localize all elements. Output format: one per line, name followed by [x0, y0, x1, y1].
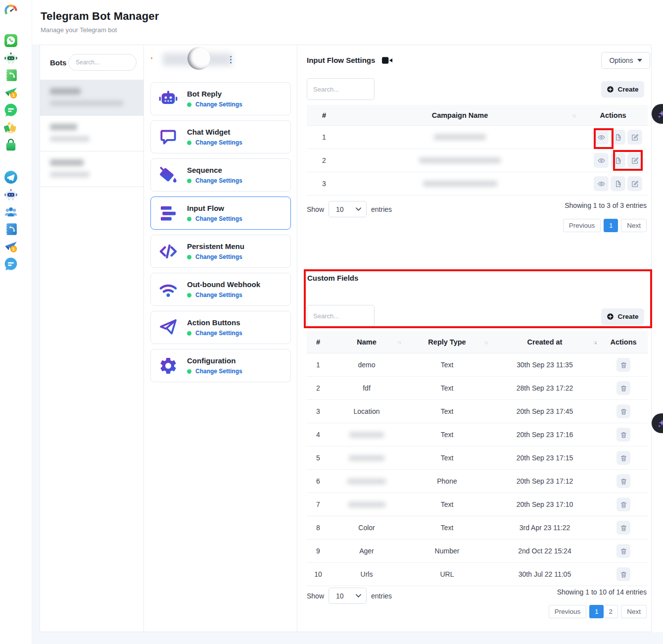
delete-button[interactable]	[616, 521, 630, 535]
bot-title-blurred	[50, 159, 84, 166]
contacts-phone-blue-icon[interactable]	[4, 222, 18, 236]
bot-avatar	[188, 47, 210, 70]
pagination-next-button[interactable]: Next	[621, 219, 647, 232]
column-header-reply-type[interactable]: Reply Type↑↓	[404, 338, 490, 346]
settings-card-webhook[interactable]: Out-bound Webhook Change Settings	[150, 273, 291, 306]
pagination-previous-button[interactable]: Previous	[549, 605, 587, 618]
chat-bubble-blue-icon[interactable]	[4, 257, 18, 271]
chevron-down-icon	[356, 594, 361, 597]
column-header-campaign-name[interactable]: Campaign Name ↑↓	[341, 111, 578, 119]
change-settings-link[interactable]: Change Settings	[195, 330, 242, 337]
status-dot	[151, 57, 152, 59]
pagination-previous-button[interactable]: Previous	[563, 219, 601, 232]
column-header-index[interactable]: #	[307, 338, 330, 346]
entries-label: entries	[371, 205, 392, 213]
reply-type: Phone	[404, 477, 490, 485]
settings-card-persistent-menu[interactable]: Persistent Menu Change Settings	[150, 235, 291, 268]
campaign-table: # Campaign Name ↑↓ Actions 1 2 3	[307, 105, 648, 196]
pagination-1-button[interactable]: 1	[604, 219, 618, 232]
table-row: 4 Text 20th Sep 23 17:16	[307, 423, 648, 446]
created-at: 20th Sep 23 17:15	[490, 454, 599, 462]
delete-button[interactable]	[616, 567, 630, 581]
handshake-puzzle-green-icon[interactable]	[4, 121, 18, 135]
paper-plane-coin-blue-icon[interactable]: 1	[4, 240, 18, 253]
delete-button[interactable]	[616, 428, 630, 442]
delete-button[interactable]	[616, 381, 630, 395]
edit-button[interactable]	[627, 130, 642, 145]
campaign-name-blurred	[341, 134, 578, 140]
settings-card-configuration[interactable]: Configuration Change Settings	[150, 349, 291, 382]
change-settings-link[interactable]: Change Settings	[195, 215, 242, 222]
field-name	[330, 455, 404, 461]
ai-sparkle-button[interactable]	[652, 104, 663, 124]
whatsapp-icon[interactable]	[4, 34, 18, 48]
delete-button[interactable]	[616, 497, 630, 511]
settings-card-bot-reply[interactable]: Bot Reply Change Settings	[150, 82, 291, 115]
kebab-menu-icon[interactable]	[230, 56, 232, 65]
pagination-2-button[interactable]: 2	[604, 605, 618, 618]
create-campaign-button[interactable]: Create	[601, 81, 644, 98]
robot-blue-icon[interactable]	[4, 188, 18, 201]
card-title: Chat Widget	[187, 128, 242, 136]
change-settings-link[interactable]: Change Settings	[195, 101, 242, 108]
change-settings-link[interactable]: Change Settings	[195, 139, 242, 146]
edit-button[interactable]	[627, 153, 642, 168]
chat-bubble-green-icon[interactable]	[4, 103, 18, 117]
custom-fields-search-input[interactable]	[307, 305, 375, 327]
ai-sparkle-button[interactable]	[652, 413, 663, 433]
create-custom-field-button[interactable]: Create	[601, 308, 644, 325]
bots-search-input[interactable]	[68, 54, 137, 71]
field-name: Color	[330, 524, 404, 532]
row-index: 1	[307, 361, 330, 369]
edit-button[interactable]	[627, 176, 642, 191]
entries-select[interactable]: 10	[329, 201, 367, 217]
settings-card-chat-widget[interactable]: Chat Widget Change Settings	[150, 120, 291, 153]
settings-card-action-buttons[interactable]: Action Buttons Change Settings	[150, 311, 291, 344]
view-button[interactable]	[594, 176, 609, 191]
contacts-phone-green-icon[interactable]	[4, 68, 18, 82]
change-settings-link[interactable]: Change Settings	[195, 253, 242, 260]
change-settings-link[interactable]: Change Settings	[195, 177, 242, 184]
column-header-created-at[interactable]: Created at↑↓	[490, 338, 599, 346]
row-index: 3	[307, 180, 341, 188]
column-header-name[interactable]: Name↑↓	[330, 338, 404, 346]
table-row: 8 Color Text 3rd Apr 23 11:22	[307, 516, 648, 540]
reply-type: Text	[404, 384, 490, 392]
view-button[interactable]	[594, 130, 609, 145]
delete-button[interactable]	[616, 474, 630, 488]
team-blue-icon[interactable]	[4, 205, 18, 219]
view-button[interactable]	[594, 153, 609, 168]
delete-button[interactable]	[616, 404, 630, 418]
show-label: Show	[307, 205, 324, 213]
pagination-next-button[interactable]: Next	[621, 605, 647, 618]
bot-list-item[interactable]	[40, 80, 143, 116]
pagination-1-button[interactable]: 1	[589, 605, 604, 618]
column-header-actions: Actions	[578, 111, 648, 119]
column-header-index[interactable]: #	[307, 111, 341, 119]
delete-button[interactable]	[616, 544, 630, 558]
shopping-bag-green-icon[interactable]	[4, 138, 18, 152]
change-settings-link[interactable]: Change Settings	[195, 368, 242, 375]
table-summary: Showing 1 to 3 of 3 entries	[565, 201, 647, 209]
row-actions	[599, 521, 648, 535]
robot-green-icon[interactable]	[4, 51, 18, 65]
campaign-search-input[interactable]	[307, 78, 375, 100]
bots-label: Bots	[50, 58, 66, 67]
settings-card-input-flow[interactable]: Input Flow Change Settings	[150, 197, 291, 230]
settings-card-sequence[interactable]: Sequence Change Settings	[150, 158, 291, 192]
speed-gauge-icon[interactable]	[4, 4, 18, 18]
row-actions	[599, 428, 648, 442]
export-button[interactable]	[611, 176, 625, 191]
video-camera-icon[interactable]	[382, 57, 392, 64]
bot-list-item[interactable]	[40, 151, 143, 187]
paper-plane-coin-green-icon[interactable]: 1	[4, 86, 18, 99]
telegram-icon[interactable]	[4, 170, 18, 184]
entries-select[interactable]: 10	[329, 588, 367, 604]
bot-list-item[interactable]	[40, 116, 143, 151]
delete-button[interactable]	[616, 451, 630, 465]
change-settings-link[interactable]: Change Settings	[195, 292, 242, 298]
export-button[interactable]	[611, 130, 625, 145]
export-button[interactable]	[611, 153, 625, 168]
delete-button[interactable]	[616, 358, 630, 372]
options-button[interactable]: Options	[601, 52, 650, 69]
